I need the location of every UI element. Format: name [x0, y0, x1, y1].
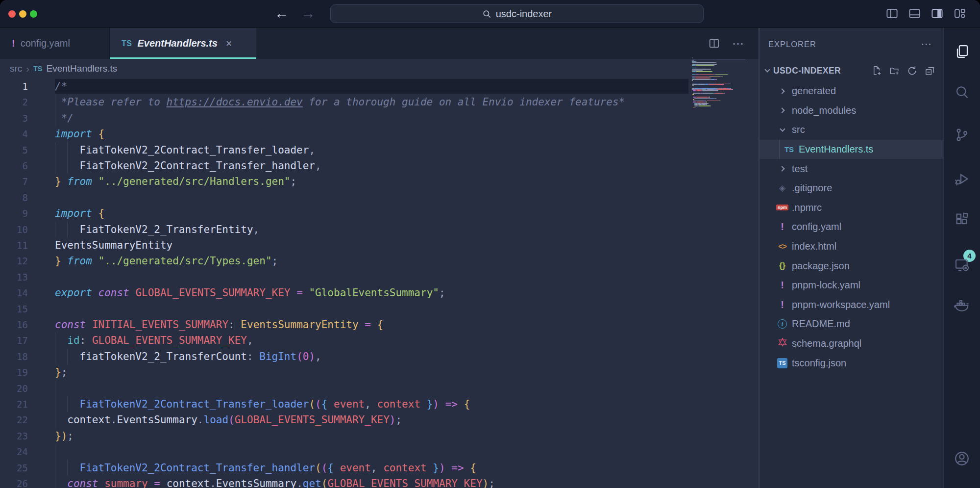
code-line: 26 const summary = context.EventsSummary…	[0, 476, 759, 488]
tree-item-label: src	[792, 124, 805, 135]
typescript-file-icon: TS	[122, 39, 132, 48]
chevron-down-icon	[780, 126, 785, 131]
navigate-back-button[interactable]: ←	[274, 0, 289, 28]
tree-item-pnpm-workspace-yaml[interactable]: !pnpm-workspace.yaml	[760, 295, 943, 315]
more-actions-icon[interactable]: ⋯	[732, 37, 745, 51]
tree-item--gitignore[interactable]: ◈.gitignore	[760, 179, 943, 198]
tree-item-label: pnpm-workspace.yaml	[792, 299, 890, 310]
yaml-warning-icon: !	[12, 38, 15, 49]
code-line: 23});	[0, 428, 759, 444]
tab-bar: ! config.yaml TS EventHandlers.ts × ⋯	[0, 28, 759, 59]
code-line: 6 FiatTokenV2_2Contract_Transfer_handler…	[0, 158, 759, 174]
tree-item-tsconfig-json[interactable]: TStsconfig.json	[760, 353, 943, 373]
tree-item-label: package.json	[792, 260, 850, 272]
info-file-icon: i	[778, 319, 787, 329]
new-folder-icon[interactable]	[889, 65, 900, 77]
tab-config-yaml[interactable]: ! config.yaml	[0, 28, 110, 59]
search-activity-icon[interactable]	[955, 85, 970, 100]
tree-item-eventhandlers-ts[interactable]: TSEventHandlers.ts	[760, 140, 943, 159]
breadcrumb-file[interactable]: EventHandlers.ts	[47, 63, 118, 74]
docker-icon[interactable]	[954, 297, 970, 313]
toggle-secondary-sidebar-icon[interactable]	[931, 7, 944, 20]
git-file-icon: ◈	[779, 183, 785, 193]
tree-item-generated[interactable]: generated	[760, 81, 943, 101]
title-bar: ← → usdc-indexer	[0, 0, 980, 28]
tab-label: EventHandlers.ts	[137, 38, 217, 49]
warning-file-icon: !	[781, 280, 784, 291]
tree-item-label: tsconfig.json	[792, 358, 846, 369]
explorer-more-actions-icon[interactable]: ⋯	[921, 38, 932, 51]
search-value: usdc-indexer	[496, 8, 552, 20]
code-line: 25 FiatTokenV2_2Contract_Transfer_handle…	[0, 460, 759, 476]
html-file-icon: <>	[778, 242, 786, 251]
warning-file-icon: !	[781, 299, 784, 310]
tsblue-file-icon: TS	[777, 358, 787, 368]
tree-item--npmrc[interactable]: npm.npmrc	[760, 198, 943, 218]
warning-file-icon: !	[781, 221, 784, 232]
workspace-section-header[interactable]: USDC-INDEXER	[760, 61, 943, 80]
code-line: 9import {	[0, 205, 759, 221]
code-line: 15	[0, 301, 759, 317]
tree-item-label: pnpm-lock.yaml	[792, 280, 860, 291]
toggle-panel-icon[interactable]	[908, 7, 921, 20]
zoom-window-button[interactable]	[30, 10, 37, 18]
close-tab-icon[interactable]: ×	[226, 37, 232, 50]
search-icon	[482, 9, 491, 19]
code-line: 20	[0, 381, 759, 396]
tab-label: config.yaml	[21, 38, 70, 49]
close-window-button[interactable]	[8, 10, 16, 18]
tree-item-label: README.md	[792, 318, 850, 330]
code-line: 24	[0, 444, 759, 460]
new-file-icon[interactable]	[871, 65, 882, 77]
tree-item-schema-graphql[interactable]: schema.graphql	[760, 334, 943, 354]
chevron-right-icon	[779, 108, 784, 113]
command-center-search[interactable]: usdc-indexer	[330, 4, 704, 23]
collapse-folders-icon[interactable]	[924, 65, 935, 77]
tree-item-label: EventHandlers.ts	[799, 144, 873, 155]
ts-file-icon: TS	[784, 145, 794, 154]
editor-group: ! config.yaml TS EventHandlers.ts × ⋯ sr…	[0, 28, 759, 488]
refresh-icon[interactable]	[906, 65, 918, 77]
run-debug-icon[interactable]	[955, 172, 970, 187]
tree-item-node-modules[interactable]: node_modules	[760, 101, 943, 121]
json-file-icon: {}	[779, 261, 785, 271]
code-line: 14export const GLOBAL_EVENTS_SUMMARY_KEY…	[0, 285, 759, 301]
tree-item-package-json[interactable]: {}package.json	[760, 256, 943, 276]
code-line: 17 id: GLOBAL_EVENTS_SUMMARY_KEY,	[0, 333, 759, 348]
graphql-file-icon	[778, 337, 787, 350]
toggle-primary-sidebar-icon[interactable]	[885, 7, 899, 20]
tree-item-label: generated	[792, 85, 836, 97]
minimap[interactable]	[688, 57, 752, 112]
tree-item-pnpm-lock-yaml[interactable]: !pnpm-lock.yaml	[760, 276, 943, 295]
tree-item-label: config.yaml	[792, 221, 841, 232]
breadcrumb-separator: ›	[26, 63, 29, 75]
tree-item-src[interactable]: src	[760, 120, 943, 140]
activity-bar: 4	[943, 28, 980, 488]
tree-item-config-yaml[interactable]: !config.yaml	[760, 217, 943, 237]
code-editor[interactable]: 1/*2 *Please refer to https://docs.envio…	[0, 78, 759, 488]
remote-explorer-icon[interactable]	[954, 257, 970, 273]
code-line: 11EventsSummaryEntity	[0, 237, 759, 253]
code-line: 21 FiatTokenV2_2Contract_Transfer_loader…	[0, 396, 759, 412]
minimize-window-button[interactable]	[19, 10, 26, 18]
navigate-forward-button[interactable]: →	[301, 0, 316, 28]
tree-item-readme-md[interactable]: iREADME.md	[760, 314, 943, 334]
source-control-icon[interactable]	[955, 128, 970, 143]
chevron-right-icon	[779, 166, 784, 172]
tree-item-test[interactable]: test	[760, 159, 943, 179]
tree-item-label: .npmrc	[792, 202, 822, 213]
split-editor-icon[interactable]	[708, 37, 720, 50]
vscode-window: ← → usdc-indexer ! config.yaml TS EventH…	[0, 0, 980, 488]
tab-eventhandlers-ts[interactable]: TS EventHandlers.ts ×	[110, 28, 256, 59]
chevron-down-icon	[764, 67, 770, 72]
explorer-activity-icon[interactable]	[955, 44, 970, 59]
extensions-icon[interactable]	[955, 212, 970, 227]
tree-item-label: test	[792, 163, 808, 175]
code-line: 1/*	[0, 78, 759, 94]
breadcrumb-folder[interactable]: src	[10, 63, 22, 74]
code-line: 22 context.EventsSummary.load(GLOBAL_EVE…	[0, 412, 759, 428]
customize-layout-icon[interactable]	[953, 7, 966, 20]
account-icon[interactable]	[954, 450, 970, 467]
tree-item-index-html[interactable]: <>index.html	[760, 237, 943, 257]
code-line: 18 fiatTokenV2_2_TransferCount: BigInt(0…	[0, 349, 759, 364]
